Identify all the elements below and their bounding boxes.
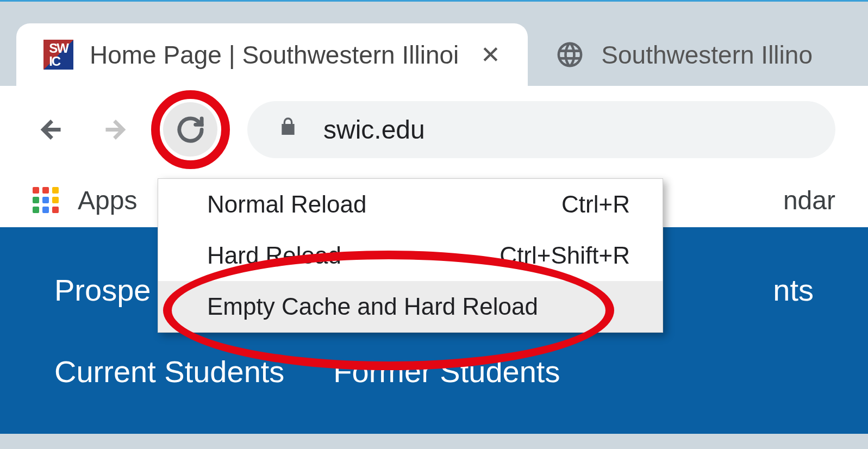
back-button[interactable] (33, 110, 71, 148)
nav-row-2: Current Students Former Students (54, 354, 814, 389)
menu-shortcut: Ctrl+Shift+R (499, 242, 630, 269)
menu-item-hard-reload[interactable]: Hard Reload Ctrl+Shift+R (158, 230, 663, 281)
menu-label: Empty Cache and Hard Reload (207, 293, 538, 320)
tab-home-page[interactable]: SWIC Home Page | Southwestern Illinoi ✕ (16, 23, 528, 86)
tab-southwestern[interactable]: Southwestern Illino (528, 23, 834, 86)
menu-item-empty-cache-hard-reload[interactable]: Empty Cache and Hard Reload (158, 281, 663, 332)
bookmark-fragment[interactable]: ndar (783, 185, 835, 215)
tab-strip: SWIC Home Page | Southwestern Illinoi ✕ … (0, 2, 868, 86)
close-tab-button[interactable]: ✕ (475, 41, 506, 68)
toolbar: swic.edu (0, 86, 868, 173)
apps-grid-icon[interactable] (33, 187, 59, 213)
lock-icon (277, 114, 299, 146)
reload-button[interactable] (163, 102, 217, 157)
menu-shortcut: Ctrl+R (561, 191, 630, 218)
reload-context-menu: Normal Reload Ctrl+R Hard Reload Ctrl+Sh… (158, 178, 663, 333)
globe-icon (555, 40, 585, 70)
apps-label[interactable]: Apps (78, 185, 137, 215)
url-text: swic.edu (323, 115, 425, 145)
forward-button[interactable] (95, 110, 133, 148)
reload-button-container (158, 97, 223, 162)
nav-link-prospective[interactable]: Prospe (54, 272, 151, 308)
menu-item-normal-reload[interactable]: Normal Reload Ctrl+R (158, 179, 663, 230)
tab-title: Home Page | Southwestern Illinoi (90, 40, 459, 70)
tab-title: Southwestern Illino (601, 40, 813, 70)
address-bar[interactable]: swic.edu (247, 101, 835, 158)
nav-link-former-students[interactable]: Former Students (333, 354, 560, 389)
nav-link-fragment[interactable]: nts (773, 272, 814, 308)
browser-window: SWIC Home Page | Southwestern Illinoi ✕ … (0, 0, 868, 449)
nav-link-current-students[interactable]: Current Students (54, 354, 284, 389)
swic-favicon-icon: SWIC (43, 40, 73, 70)
menu-label: Normal Reload (207, 191, 366, 218)
menu-label: Hard Reload (207, 242, 341, 269)
